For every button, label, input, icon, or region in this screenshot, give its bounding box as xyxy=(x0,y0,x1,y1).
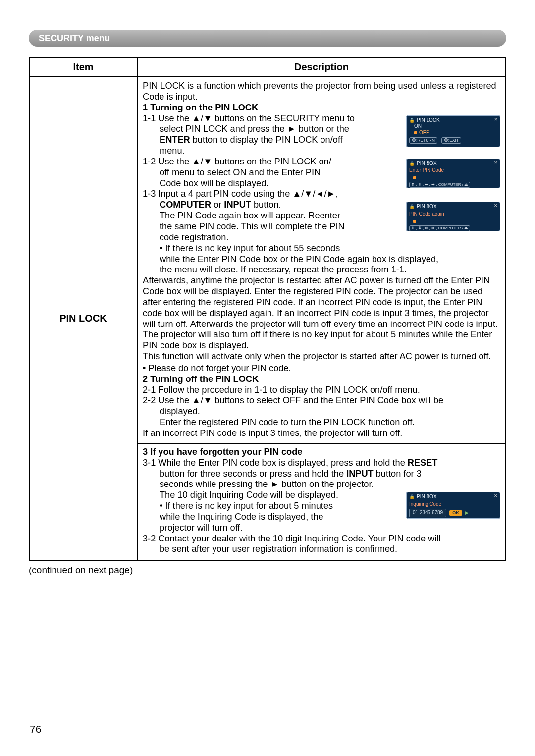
header-description: Description xyxy=(137,58,506,76)
step-3-2-a: 3-2 Contact your dealer with the 10 digi… xyxy=(143,534,500,544)
step-3-2-b: be sent after your user registration inf… xyxy=(143,544,500,555)
dir-buttons-hint: ⬆ , ⬇ , ⬅ , ➡ , COMPUTER / ⏏ xyxy=(409,182,470,188)
close-icon: ✕ xyxy=(494,117,498,122)
bullet-5min-c: projector will turn off. xyxy=(143,523,500,534)
enter-pin-label: Enter PIN Code xyxy=(409,167,497,174)
step-2-2-b: displayed. xyxy=(143,406,500,417)
section3-heading: 3 If you have forgotten your PIN code xyxy=(143,447,500,458)
afterwards-para: Afterwards, anytime the projector is res… xyxy=(143,275,500,351)
section1-heading: 1 Turning on the PIN LOCK xyxy=(143,103,500,113)
step-2-1: 2-1 Follow the procedure in 1-1 to displ… xyxy=(143,385,500,396)
close-icon: ✕ xyxy=(494,493,498,499)
header-item: Item xyxy=(29,58,137,76)
step-2-2-c: Enter the registered PIN code to turn th… xyxy=(143,417,500,428)
bullet-dont-forget: • Please do not forget your PIN code. xyxy=(143,363,500,374)
step-1-3-a: 1-3 Input a 4 part PIN code using the ▲/… xyxy=(143,189,500,200)
intro-text: PIN LOCK is a function which prevents th… xyxy=(143,81,500,103)
osd-option-on: ON xyxy=(414,123,497,130)
lock-icon xyxy=(409,161,415,167)
bullet-55sec-a: • If there is no key input for about 55 … xyxy=(143,243,500,254)
pin-again-label: PIN Code again xyxy=(409,211,497,217)
osd-option-off: OFF xyxy=(414,130,497,136)
osd-inquiring-code: ✕ PIN BOX Inquiring Code 01 2345 6789 OK… xyxy=(406,492,500,519)
activate-note: This function will activate only when th… xyxy=(143,351,500,362)
lock-icon xyxy=(409,494,415,500)
dir-buttons-hint: ⬆ , ⬇ , ⬅ , ➡ , COMPUTER / ⏏ xyxy=(409,225,470,231)
step-3-1-c: seconds while pressing the ► button on t… xyxy=(143,479,500,490)
osd-exit: ⦿:EXIT xyxy=(441,137,461,144)
page-number: 76 xyxy=(30,723,41,735)
close-icon: ✕ xyxy=(494,203,498,209)
close-icon: ✕ xyxy=(494,160,498,165)
row-label-pinlock: PIN LOCK xyxy=(29,76,137,560)
section2-footer: If an incorrect PIN code is input 3 time… xyxy=(143,428,500,439)
step-1-3-e: code registration. xyxy=(143,232,500,243)
osd-enter-pin: ✕ PIN BOX Enter PIN Code – – – – ⬆ , ⬇ ,… xyxy=(406,159,500,188)
osd-pinlock-onoff: ✕ PIN LOCK ON OFF ⦿:RETURN ⦿:EXIT xyxy=(406,115,500,147)
chevron-right-icon: ▶ xyxy=(465,510,469,516)
menu-title: SECURITY menu xyxy=(39,33,110,43)
inquiring-label: Inquiring Code xyxy=(409,501,497,508)
bullet-55sec-c: the menu will close. If necessary, repea… xyxy=(143,265,500,275)
step-3-1-b: button for three seconds or press and ho… xyxy=(143,469,500,480)
inquiring-code-value: 01 2345 6789 xyxy=(409,509,446,517)
menu-title-bar: SECURITY menu xyxy=(29,30,506,47)
lock-icon xyxy=(409,204,415,210)
continued-note: (continued on next page) xyxy=(29,565,506,576)
osd-pin-again: ✕ PIN BOX PIN Code again – – – – ⬆ , ⬇ ,… xyxy=(406,202,500,231)
step-1-1-d: menu. xyxy=(143,146,500,157)
section2-heading: 2 Turning off the PIN LOCK xyxy=(143,374,500,385)
step-3-1-a: 3-1 While the Enter PIN code box is disp… xyxy=(143,458,500,469)
lock-icon xyxy=(409,117,415,124)
ok-button: OK xyxy=(449,510,462,516)
step-2-2-a: 2-2 Use the ▲/▼ buttons to select OFF an… xyxy=(143,395,500,406)
section3-block: 3 If you have forgotten your PIN code 3-… xyxy=(138,443,505,555)
bullet-55sec-b: while the Enter PIN Code box or the PIN … xyxy=(143,254,500,265)
osd-return: ⦿:RETURN xyxy=(409,137,437,144)
description-cell: PIN LOCK is a function which prevents th… xyxy=(137,76,506,560)
security-table: Item Description PIN LOCK PIN LOCK is a … xyxy=(29,57,506,561)
